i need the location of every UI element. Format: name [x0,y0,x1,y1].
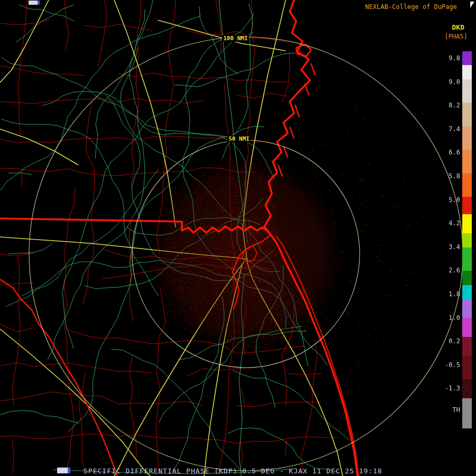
corner-mark-bottomleft [57,468,70,473]
radar-viewer: 100 NMI 50 NMI NEXLAB-College of DuPage … [0,0,476,476]
range-ring-label-100nmi: 100 NMI [222,35,249,42]
status-text: SPECIFIC DIFFERENTIAL PHASE (KDP) 0.5 DE… [84,467,382,475]
product-code-label: DKD [452,23,464,31]
range-ring-label-50nmi: 50 NMI [227,135,251,142]
status-bar: SPECIFIC DIFFERENTIAL PHASE (KDP) 0.5 DE… [84,467,382,475]
product-units-label: [PHAS] [445,33,468,40]
cursor-icon [470,2,474,8]
corner-mark-topleft [29,1,40,5]
attribution-text: NEXLAB-College of DuPage [365,3,457,11]
coastline-rings-layer [0,0,476,476]
